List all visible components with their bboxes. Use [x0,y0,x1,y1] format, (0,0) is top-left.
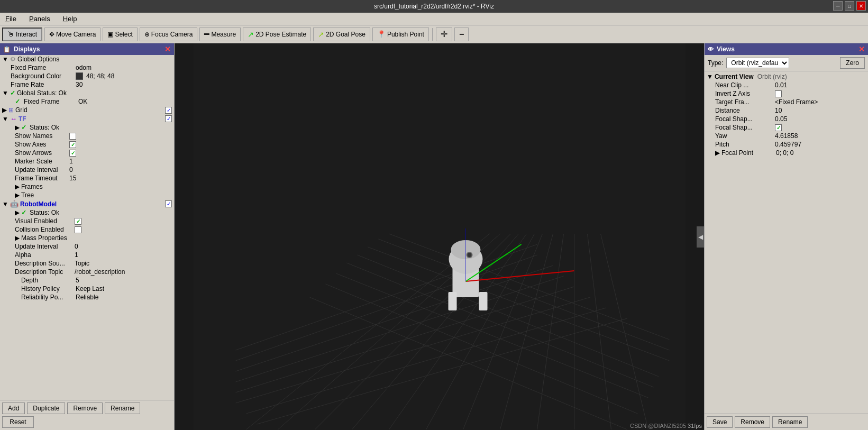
focus-camera-button[interactable]: ⊕ Focus Camera [140,28,198,41]
fixed-frame-value[interactable]: odom [76,64,92,71]
description-source-value[interactable]: Topic [75,260,89,267]
robot-model-arrow[interactable]: ▼ [2,200,8,208]
reset-button[interactable]: Reset [2,416,34,428]
close-button[interactable]: ✕ [856,1,866,11]
reliability-value[interactable]: Reliable [76,294,98,301]
remove-display-button[interactable]: Remove [67,402,103,414]
description-source-label: Description Sou... [15,260,73,267]
zero-button[interactable]: Zero [840,57,865,69]
views-header: 👁 Views ✕ [705,43,868,55]
robot-model-row[interactable]: ▼ 🤖 RobotModel [0,199,174,208]
frames-arrow[interactable]: ▶ [15,183,20,190]
viewport-collapse-right[interactable]: ◀ [697,226,704,248]
focal-point-arrow[interactable]: ▶ [715,149,720,157]
global-status-row[interactable]: ▼ ✓ Global Status: Ok [0,89,174,97]
tf-arrow[interactable]: ▼ [2,115,8,123]
robot-update-interval-value[interactable]: 0 [75,243,78,250]
current-view-type: Orbit (rviz) [757,73,787,80]
views-close-button[interactable]: ✕ [858,45,865,53]
tf-status-arrow[interactable]: ▶ [15,124,20,131]
minimize-button[interactable]: ─ [833,1,843,11]
near-clip-row: Near Clip ... 0.01 [705,81,868,89]
remove-toolbar-button[interactable]: − [454,28,469,41]
menu-panels[interactable]: Panels [26,14,53,24]
visual-enabled-checkbox[interactable] [75,218,81,225]
plus-icon: ✛ [441,29,447,39]
current-view-arrow[interactable]: ▼ [707,73,713,80]
tf-row[interactable]: ▼ ↔ TF [0,114,174,123]
background-color-swatch[interactable] [76,72,83,80]
publish-point-button[interactable]: 📍 Publish Point [372,28,429,41]
displays-bottom: Add Duplicate Remove Rename Reset [0,400,174,430]
distance-value[interactable]: 10 [775,107,782,114]
target-frame-value[interactable]: <Fixed Frame> [775,98,818,106]
focal-shape-fixed-checkbox[interactable] [775,124,782,131]
global-status-arrow[interactable]: ▼ [2,89,8,97]
select-icon: ▣ [107,31,113,38]
show-axes-checkbox[interactable] [69,141,76,148]
alpha-label: Alpha [15,251,73,259]
alpha-value[interactable]: 1 [75,251,78,259]
show-names-checkbox[interactable] [69,133,76,140]
robot-model-checkbox[interactable] [165,200,172,207]
view-type-select[interactable]: Orbit (rviz_defau [726,58,789,68]
description-topic-value[interactable]: /robot_description [75,268,125,276]
global-options-row[interactable]: ▼ ⚙ Global Options [0,55,174,63]
yaw-value[interactable]: 4.61858 [775,132,798,140]
focal-shape-size-row: Focal Shap... 0.05 [705,115,868,123]
move-camera-icon: ✥ [49,31,54,38]
rename-display-button[interactable]: Rename [105,402,140,414]
goal-pose-button[interactable]: ↗ 2D Goal Pose [313,28,370,41]
views-icon: 👁 [708,46,714,52]
alpha-row: Alpha 1 [0,251,174,259]
rename-view-button[interactable]: Rename [772,416,808,428]
robot-status-arrow[interactable]: ▶ [15,209,20,216]
duplicate-button[interactable]: Duplicate [27,402,65,414]
tree-row[interactable]: ▶ Tree [0,191,174,199]
mass-properties-row[interactable]: ▶ Mass Properties [0,234,174,242]
pose-estimate-button[interactable]: ↗ 2D Pose Estimate [243,28,311,41]
focal-point-row[interactable]: ▶ Focal Point 0; 0; 0 [705,149,868,157]
maximize-button[interactable]: □ [845,1,854,11]
history-policy-value[interactable]: Keep Last [76,285,104,292]
grid-row[interactable]: ▶ ⊞ Grid [0,106,174,114]
grid-checkbox[interactable] [165,107,172,114]
tf-update-interval-value[interactable]: 0 [69,166,73,173]
current-view-label: Current View [715,73,754,80]
menu-help[interactable]: Help [60,14,80,24]
measure-button[interactable]: ━ Measure [199,28,241,41]
collision-enabled-checkbox[interactable] [75,226,81,233]
fixed-frame-row: Fixed Frame odom [0,63,174,72]
current-view-header[interactable]: ▼ Current View Orbit (rviz) [705,72,868,81]
tree-arrow[interactable]: ▶ [15,191,20,199]
show-arrows-checkbox[interactable] [69,150,76,157]
tf-status-row: ▶ ✓ Status: Ok [0,123,174,132]
global-options-arrow[interactable]: ▼ [2,56,8,63]
near-clip-value[interactable]: 0.01 [775,81,787,89]
invert-z-checkbox[interactable] [775,90,782,97]
mass-properties-arrow[interactable]: ▶ [15,234,20,242]
focal-shape-size-value[interactable]: 0.05 [775,115,787,123]
move-camera-button[interactable]: ✥ Move Camera [44,28,100,41]
interact-button[interactable]: 🖱 Interact [2,28,42,41]
pitch-value[interactable]: 0.459797 [775,141,801,148]
background-color-row: Background Color 48; 48; 48 [0,72,174,80]
visual-enabled-label: Visual Enabled [15,217,73,225]
add-toolbar-button[interactable]: ✛ [436,28,452,41]
marker-scale-value[interactable]: 1 [69,158,73,165]
grid-arrow[interactable]: ▶ [2,106,7,114]
select-button[interactable]: ▣ Select [103,28,137,41]
remove-view-button[interactable]: Remove [735,416,770,428]
save-view-button[interactable]: Save [707,416,733,428]
menu-file[interactable]: File [2,14,20,24]
frames-row[interactable]: ▶ Frames [0,182,174,191]
frame-timeout-value[interactable]: 15 [69,175,76,182]
tf-checkbox[interactable] [165,115,172,122]
displays-close-button[interactable]: ✕ [165,45,171,53]
depth-value[interactable]: 5 [76,277,79,284]
frame-rate-value[interactable]: 30 [76,81,83,88]
displays-header: 📋 Displays ✕ [0,43,174,55]
window-controls[interactable]: ─ □ ✕ [833,1,866,11]
add-button[interactable]: Add [2,402,25,414]
3d-viewport[interactable]: ◀ CSDN @DIANZI5205 31fps [175,43,704,430]
